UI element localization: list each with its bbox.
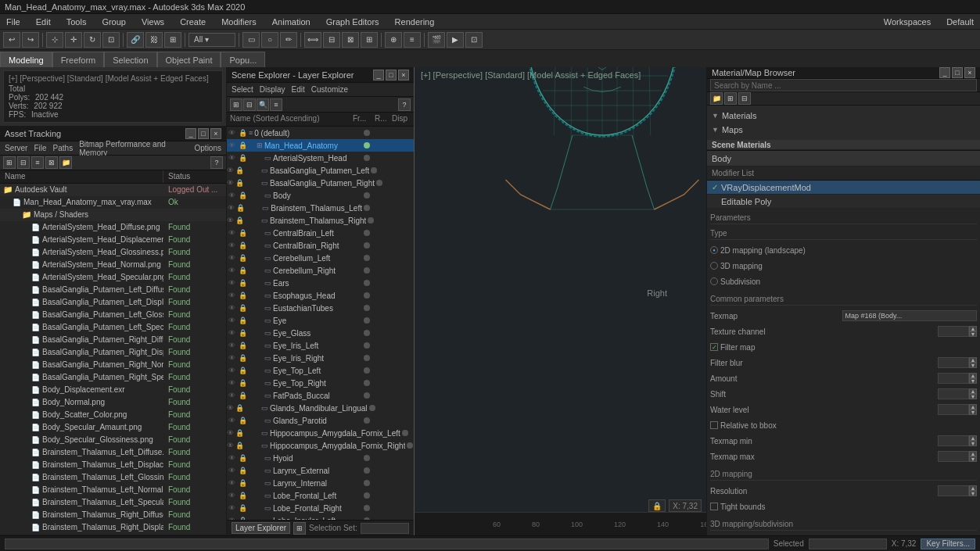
maximize-btn[interactable]: □ — [198, 128, 209, 139]
render-frame-btn[interactable]: ⊡ — [465, 32, 483, 48]
paint-select-btn[interactable]: ✏ — [280, 32, 297, 48]
texture-channel-spinbox[interactable]: 1 ▲ ▼ — [938, 326, 977, 337]
se-item-8[interactable]: 👁 🔒 ▭ CentralBrain_Left — [227, 227, 414, 239]
se-menu-display[interactable]: Display — [260, 85, 285, 94]
se-item-5[interactable]: 👁 🔒 ▭ Body — [227, 189, 414, 202]
resolution-spinbox[interactable]: 512 ▲ ▼ — [938, 485, 977, 496]
asset-item-2[interactable]: 📁 Maps / Shaders — [0, 209, 226, 221]
se-item-9[interactable]: 👁 🔒 ▭ CentralBrain_Right — [227, 239, 414, 252]
mat-tb-3[interactable]: ⊟ — [738, 92, 751, 105]
texmap-max-up[interactable]: ▲ — [969, 451, 977, 456]
normal-align-btn[interactable]: ⊞ — [361, 32, 378, 48]
amount-down[interactable]: ▼ — [969, 378, 977, 384]
menu-rendering[interactable]: Rendering — [392, 17, 438, 27]
asset-item-7[interactable]: 📄 ArterialSystem_Head_Specular.png Found — [0, 271, 226, 284]
close-btn[interactable]: × — [210, 128, 221, 139]
texture-channel-input[interactable]: 1 — [938, 326, 969, 337]
menu-file[interactable]: File — [3, 17, 23, 27]
minimize-btn[interactable]: _ — [185, 128, 196, 139]
asset-menu-bitmap[interactable]: Bitmap Performance and Memory — [79, 140, 188, 157]
asset-tb-btn-4[interactable]: ⊠ — [45, 156, 58, 169]
se-item-20[interactable]: 👁 🔒 ▭ Eye_Top_Right — [227, 377, 414, 389]
mat-section-maps[interactable]: ▼ Maps — [707, 123, 980, 137]
se-item-6[interactable]: 👁 🔒 ▭ Brainstem_Thalamus_Left — [227, 202, 414, 214]
resolution-up[interactable]: ▲ — [969, 485, 977, 491]
shift-input[interactable]: -0,5 — [938, 388, 969, 399]
filter-map-checkbox[interactable]: ✓ Filter map — [710, 343, 755, 352]
relative-bbox-check[interactable] — [710, 421, 718, 429]
mat-minimize-btn[interactable]: _ — [939, 67, 950, 78]
render-setup-btn[interactable]: 🎬 — [428, 32, 445, 48]
shift-down[interactable]: ▼ — [969, 394, 977, 399]
asset-item-6[interactable]: 📄 ArterialSystem_Head_Normal.png Found — [0, 259, 226, 271]
relative-bbox-checkbox[interactable]: Relative to bbox — [710, 421, 777, 430]
se-minimize-btn[interactable]: _ — [373, 70, 384, 81]
se-item-0[interactable]: 👁 🔒 ≡ 0 (default) — [227, 127, 414, 139]
se-item-15[interactable]: 👁 🔒 ▭ Eye — [227, 314, 414, 327]
asset-item-8[interactable]: 📄 BasalGanglia_Putamen_Left_Diffuse.png … — [0, 284, 226, 296]
move-btn[interactable]: ✛ — [65, 32, 82, 48]
tab-modeling[interactable]: Modeling — [0, 52, 52, 67]
scene-explorer-btn[interactable]: ≡ — [404, 32, 421, 48]
mod-item-editpoly[interactable]: ✓ Editable Poly — [707, 195, 980, 209]
asset-item-28[interactable]: 📄 Brainstem_Thalamus_Right_Glossiness.pn… — [0, 534, 226, 535]
se-item-18[interactable]: 👁 🔒 ▭ Eye_Iris_Right — [227, 352, 414, 364]
filter-dropdown[interactable]: All ▾ — [188, 33, 235, 47]
align-btn[interactable]: ⊟ — [323, 32, 340, 48]
menu-modifiers[interactable]: Modifiers — [218, 17, 260, 27]
menu-views[interactable]: Views — [138, 17, 167, 27]
menu-group[interactable]: Group — [99, 17, 129, 27]
se-item-31[interactable]: 👁 🔒 ▭ Lobe_Insular_Left — [227, 514, 414, 520]
asset-item-15[interactable]: 📄 BasalGanglia_Putamen_Right_Specular.pn… — [0, 371, 226, 384]
asset-item-4[interactable]: 📄 ArterialSystem_Head_Displacement.png F… — [0, 234, 226, 246]
texmap-min-input[interactable]: 0,0 — [938, 435, 969, 446]
se-item-28[interactable]: 👁 🔒 ▭ Larynx_Internal — [227, 477, 414, 489]
texture-channel-up[interactable]: ▲ — [969, 326, 977, 331]
asset-item-26[interactable]: 📄 Brainstem_Thalamus_Right_Diffuse.png F… — [0, 509, 226, 521]
se-status-btn[interactable]: ⊞ — [293, 522, 306, 535]
bind-btn[interactable]: ⊞ — [164, 32, 181, 48]
link-btn[interactable]: 🔗 — [127, 32, 144, 48]
mat-section-materials[interactable]: ▼ Materials — [707, 109, 980, 123]
type-3d-radio[interactable]: 3D mapping — [710, 262, 763, 270]
se-item-13[interactable]: 👁 🔒 ▭ Esophagus_Head — [227, 289, 414, 302]
menu-default[interactable]: Default — [943, 17, 977, 27]
asset-tb-btn-5[interactable]: 📁 — [59, 156, 72, 169]
select-btn[interactable]: ⊹ — [46, 32, 63, 48]
asset-item-27[interactable]: 📄 Brainstem_Thalamus_Right_Displacement.… — [0, 521, 226, 534]
filter-blur-up[interactable]: ▲ — [969, 357, 977, 363]
se-menu-edit[interactable]: Edit — [292, 85, 305, 94]
menu-animation[interactable]: Animation — [269, 17, 314, 27]
asset-item-20[interactable]: 📄 Body_Specular_Glossiness.png Found — [0, 434, 226, 446]
asset-item-24[interactable]: 📄 Brainstem_Thalamus_Left_Normal.png Fou… — [0, 484, 226, 496]
tab-freeform[interactable]: Freeform — [52, 52, 105, 67]
asset-tb-btn-1[interactable]: ⊞ — [3, 156, 16, 169]
asset-item-19[interactable]: 📄 Body_Specular_Amaunt.png Found — [0, 421, 226, 434]
se-tree[interactable]: 👁 🔒 ≡ 0 (default) 👁 🔒 ⊞ Man_Head_Anatomy… — [227, 127, 414, 520]
se-help-btn[interactable]: ? — [398, 98, 411, 111]
filter-blur-down[interactable]: ▼ — [969, 363, 977, 368]
render-btn[interactable]: ▶ — [447, 32, 464, 48]
se-item-7[interactable]: 👁 🔒 ▭ Brainstem_Thalamus_Right — [227, 214, 414, 227]
radio-3d[interactable] — [710, 262, 718, 270]
amount-input[interactable]: 1,0 — [938, 373, 969, 384]
texmap-max-input[interactable]: 1,0 — [938, 451, 969, 462]
amount-spinbox[interactable]: 1,0 ▲ ▼ — [938, 373, 977, 384]
type-sub-radio[interactable]: Subdivision — [710, 277, 760, 286]
tight-bounds-checkbox[interactable]: Tight bounds — [710, 503, 765, 511]
amount-up[interactable]: ▲ — [969, 373, 977, 378]
se-item-29[interactable]: 👁 🔒 ▭ Lobe_Frontal_Left — [227, 489, 414, 502]
asset-item-10[interactable]: 📄 BasalGanglia_Putamen_Left_Glossiness.p… — [0, 309, 226, 321]
se-item-21[interactable]: 👁 🔒 ▭ FatPads_Buccal — [227, 389, 414, 402]
asset-menu-server[interactable]: Server — [5, 144, 27, 152]
filter-map-check[interactable]: ✓ — [710, 343, 718, 351]
mirror-btn[interactable]: ⟺ — [304, 32, 321, 48]
se-item-11[interactable]: 👁 🔒 ▭ Cerebellum_Right — [227, 264, 414, 277]
key-filters-btn[interactable]: Key Filters... — [921, 538, 975, 549]
se-item-24[interactable]: 👁 🔒 ▭ Hippocampus_Amygdala_Fornix_Left — [227, 427, 414, 439]
texmap-min-spinbox[interactable]: 0,0 ▲ ▼ — [938, 435, 977, 446]
menu-edit[interactable]: Edit — [33, 17, 54, 27]
se-item-22[interactable]: 👁 🔒 ▭ Glands_Mandibular_Lingual — [227, 402, 414, 414]
se-item-23[interactable]: 👁 🔒 ▭ Glands_Parotid — [227, 414, 414, 427]
asset-item-21[interactable]: 📄 Brainstem_Thalamus_Left_Diffuse.png Fo… — [0, 446, 226, 459]
